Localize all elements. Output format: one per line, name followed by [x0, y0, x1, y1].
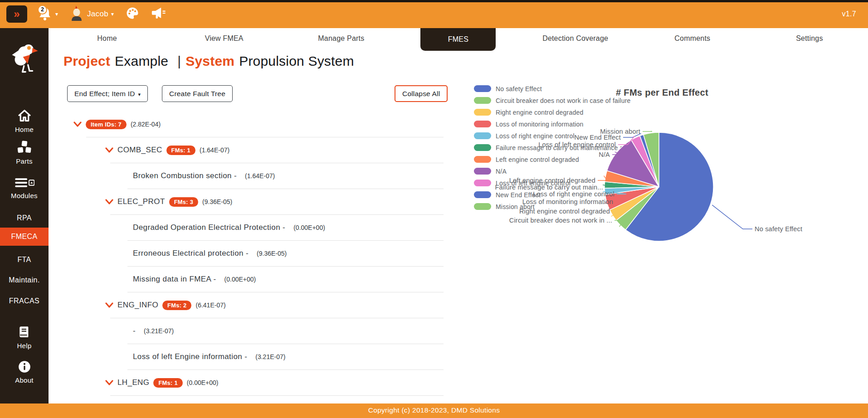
- failure-rate-value: (0.00E+00): [187, 379, 219, 386]
- tab-bar: HomeView FMEAManage PartsFMESDetection C…: [49, 28, 868, 49]
- callout-leader-line: [643, 131, 652, 131]
- tree-group-row[interactable]: LH_ENGFMs: 1(0.00E+00): [67, 370, 444, 395]
- failure-rate-value: (1.64E-07): [245, 172, 275, 180]
- sidebar-item-rpa[interactable]: RPA: [0, 209, 49, 227]
- chevron-down-icon[interactable]: [105, 147, 113, 153]
- legend-item[interactable]: Left engine control degraded: [474, 156, 637, 163]
- create-fault-tree-button[interactable]: Create Fault Tree: [162, 85, 233, 102]
- sidebar-item-label: RPA: [17, 214, 32, 222]
- notifications-bell[interactable]: 2: [37, 6, 53, 22]
- tree-leaf-row[interactable]: Erroneous Electrical protection -(9.36E-…: [67, 241, 444, 266]
- sidebar-item-home[interactable]: Home: [0, 109, 49, 133]
- legend-item[interactable]: New End Effect: [474, 191, 637, 198]
- bell-caret-icon[interactable]: ▾: [55, 11, 58, 17]
- legend-item[interactable]: Failure message to carry out maintenance…: [474, 144, 637, 151]
- tree-group-row[interactable]: ELEC_PROTFMs: 3(9.36E-05): [67, 189, 444, 214]
- count-badge: FMs: 3: [169, 197, 198, 207]
- count-badge: Item IDs: 7: [86, 120, 127, 129]
- tree-group-row[interactable]: Item IDs: 7(2.82E-04): [67, 112, 444, 137]
- legend-item[interactable]: N/A: [474, 168, 637, 175]
- legend-label: Failure message to carry out maintenance…: [496, 144, 637, 151]
- tree-item-label: Missing data in FMEA -: [133, 275, 216, 284]
- tree-leaf-row[interactable]: Broken Combustion section -(1.64E-07): [67, 163, 444, 189]
- window-top-strip: [0, 0, 868, 2]
- legend-item[interactable]: Loss of monitoring information: [474, 121, 637, 127]
- legend-label: Loss of monitoring information: [496, 121, 584, 128]
- pie-slice[interactable]: [644, 132, 659, 187]
- slice-callout-label: Circuit breaker does not work in ...: [509, 217, 612, 224]
- sidebar-item-maintain[interactable]: Maintain.: [0, 271, 49, 289]
- chevron-down-icon[interactable]: [105, 199, 113, 205]
- user-menu-caret-icon[interactable]: ▾: [111, 11, 114, 17]
- sort-dropdown-label: End Effect; Item ID: [74, 90, 135, 97]
- tree-item-label: ENG_INFO: [117, 301, 158, 310]
- tree-leaf-row[interactable]: -(3.21E-07): [67, 318, 444, 344]
- pie-slice[interactable]: [626, 132, 714, 241]
- legend-item[interactable]: Loss of left engine control: [474, 180, 637, 186]
- tree-item-label: COMB_SEC: [117, 146, 162, 155]
- sidebar-item-fmeca[interactable]: FMECA: [0, 228, 49, 246]
- sidebar-item-label: FTA: [17, 256, 31, 263]
- footer: Copyright (c) 2018-2023, DMD Solutions: [0, 403, 868, 418]
- tab-settings[interactable]: Settings: [751, 28, 868, 49]
- tree-leaf-row[interactable]: Loss of left Engine information -(3.21E-…: [67, 344, 444, 369]
- sidebar-item-fta[interactable]: FTA: [0, 251, 49, 269]
- legend-label: Loss of right engine control: [496, 132, 575, 140]
- legend-swatch: [474, 97, 491, 104]
- avatar[interactable]: [70, 5, 83, 23]
- tab-manage-parts[interactable]: Manage Parts: [283, 28, 400, 49]
- tree-leaf-row[interactable]: Degraded Operation Electrical Protection…: [67, 215, 444, 240]
- project-label: Project: [63, 53, 110, 68]
- pie-slice[interactable]: [640, 135, 659, 187]
- tree-group-row[interactable]: COMB_SECFMs: 1(1.64E-07): [67, 137, 444, 163]
- sidebar-toggle-button[interactable]: »: [6, 5, 27, 23]
- collapse-all-button[interactable]: Collapse All: [395, 85, 448, 102]
- tree-item-label: Degraded Operation Electrical Protection…: [133, 223, 285, 232]
- fms-per-end-effect-chart: # FMs per End Effect No safety EffectCir…: [472, 63, 830, 272]
- dmd-robin-logo[interactable]: [0, 42, 49, 79]
- chart-legend: No safety EffectCircuit breaker does not…: [474, 85, 637, 215]
- legend-swatch: [474, 168, 491, 175]
- legend-item[interactable]: Loss of right engine control: [474, 132, 637, 139]
- system-name: Propulsion System: [239, 53, 354, 68]
- top-bar: » 2 ▾ Jacob ▾ v1.7: [0, 0, 868, 28]
- username-label[interactable]: Jacob: [87, 10, 108, 19]
- sidebar-item-about[interactable]: About: [0, 360, 49, 384]
- sidebar-item-modules[interactable]: Modules: [0, 177, 49, 199]
- count-badge: FMs: 2: [162, 301, 191, 310]
- tree-item-label: Broken Combustion section -: [133, 171, 237, 180]
- tab-view-fmea[interactable]: View FMEA: [166, 28, 283, 49]
- tab-detection-coverage[interactable]: Detection Coverage: [517, 28, 634, 49]
- sidebar-item-label: About: [0, 376, 49, 384]
- chevron-down-icon[interactable]: [105, 379, 113, 386]
- legend-item[interactable]: Circuit breaker does not work in case of…: [474, 97, 637, 104]
- sidebar-item-label: Home: [0, 126, 49, 133]
- tab-fmes[interactable]: FMES: [400, 28, 517, 49]
- sidebar-item-parts[interactable]: Parts: [0, 141, 49, 165]
- announcements-megaphone-icon[interactable]: [151, 6, 166, 22]
- chevron-down-icon[interactable]: [73, 121, 82, 127]
- legend-item[interactable]: Right engine control degraded: [474, 109, 637, 116]
- notification-count-badge: 2: [38, 5, 47, 15]
- failure-rate-value: (2.82E-04): [131, 121, 161, 128]
- tree-item-label: Erroneous Electrical protection -: [133, 249, 249, 258]
- legend-label: New End Effect: [496, 191, 541, 199]
- app-version-label: v1.7: [842, 10, 856, 18]
- title-separator: |: [177, 53, 181, 68]
- sidebar-item-label: Maintain.: [9, 276, 40, 284]
- legend-item[interactable]: No safety Effect: [474, 85, 637, 92]
- tree-leaf-row[interactable]: Missing data in FMEA -(0.00E+00): [67, 267, 444, 292]
- legend-label: Loss of left engine control: [496, 180, 571, 187]
- tree-group-row[interactable]: ENG_INFOFMs: 2(6.41E-07): [67, 292, 444, 318]
- tab-home[interactable]: Home: [49, 28, 166, 49]
- legend-item[interactable]: Mission abort: [474, 203, 637, 210]
- sort-dropdown[interactable]: End Effect; Item ID▾: [67, 85, 148, 102]
- legend-label: No safety Effect: [496, 85, 542, 92]
- sidebar-item-help[interactable]: Help: [0, 325, 49, 350]
- chevron-down-icon[interactable]: [105, 302, 113, 308]
- failure-rate-value: (0.00E+00): [293, 224, 325, 231]
- theme-palette-icon[interactable]: [126, 6, 139, 22]
- failure-rate-value: (3.21E-07): [255, 353, 285, 360]
- tab-comments[interactable]: Comments: [634, 28, 751, 49]
- sidebar-item-fracas[interactable]: FRACAS: [0, 292, 49, 310]
